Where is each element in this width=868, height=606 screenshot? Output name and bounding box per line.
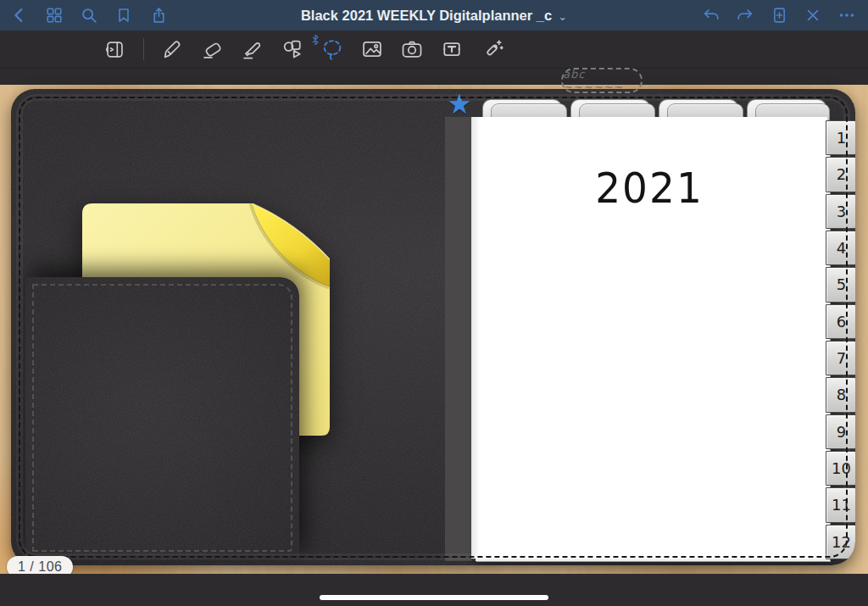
bookmark-star-icon[interactable]: ★ xyxy=(444,89,475,120)
page-view-icon[interactable] xyxy=(102,36,128,63)
wood-desk-background: 2021 1 2 3 4 5 6 7 8 9 10 11 12 ★ 1 / 1 xyxy=(0,85,868,574)
more-icon[interactable] xyxy=(836,4,858,26)
camera-tool-icon[interactable] xyxy=(398,36,425,63)
magic-wand-icon[interactable] xyxy=(478,36,504,63)
month-tab-4[interactable]: 4 xyxy=(826,231,855,265)
pocket-stitching xyxy=(32,284,292,552)
nav-bar: Black 2021 WEEKLY Digitalplanner _c ⌄ xyxy=(0,0,868,31)
lasso-tool-icon[interactable] xyxy=(319,36,345,63)
page-thumbnails-icon[interactable] xyxy=(43,4,65,26)
planner-leather-cover[interactable]: 2021 1 2 3 4 5 6 7 8 9 10 11 12 ★ xyxy=(11,89,855,565)
notebook-canvas[interactable]: 2021 1 2 3 4 5 6 7 8 9 10 11 12 ★ 1 / 1 xyxy=(0,68,868,574)
text-tool-icon[interactable] xyxy=(438,36,465,63)
back-icon[interactable] xyxy=(8,4,31,26)
cover-pocket[interactable] xyxy=(25,277,299,559)
undo-icon[interactable] xyxy=(700,4,722,26)
share-icon[interactable] xyxy=(147,4,170,26)
search-icon[interactable] xyxy=(78,4,100,26)
month-tab-3[interactable]: 3 xyxy=(826,194,855,229)
redo-icon[interactable] xyxy=(734,4,756,26)
month-tab-strip: 1 2 3 4 5 6 7 8 9 10 11 12 xyxy=(826,120,855,559)
planner-page[interactable]: 2021 xyxy=(471,117,827,559)
image-tool-icon[interactable] xyxy=(359,36,385,63)
year-title: 2021 xyxy=(471,163,827,212)
month-tab-1[interactable]: 1 xyxy=(826,120,855,155)
tools-group xyxy=(102,31,504,68)
bottom-bar xyxy=(0,574,868,606)
month-tab-6[interactable]: 6 xyxy=(826,304,855,339)
bluetooth-stylus-icon xyxy=(311,34,320,49)
highlighter-tool-icon[interactable] xyxy=(239,36,265,63)
toolbar-divider xyxy=(143,38,144,60)
month-tab-2[interactable]: 2 xyxy=(826,157,855,192)
month-tab-12[interactable]: 12 xyxy=(826,525,855,559)
nav-right-group xyxy=(700,4,868,26)
eraser-tool-icon[interactable] xyxy=(199,36,225,63)
nav-left-group xyxy=(0,4,170,26)
month-tab-8[interactable]: 8 xyxy=(826,377,855,412)
home-indicator[interactable] xyxy=(320,595,548,600)
tool-bar: abc ~~~~~~ xyxy=(0,31,868,69)
month-tab-11[interactable]: 11 xyxy=(826,487,855,522)
handwriting-recognition-hint: abc ~~~~~~ xyxy=(561,68,643,93)
month-tab-10[interactable]: 10 xyxy=(826,451,855,486)
add-page-icon[interactable] xyxy=(768,4,790,26)
month-tab-7[interactable]: 7 xyxy=(826,341,855,375)
pen-tool-icon[interactable] xyxy=(159,36,186,63)
page-spine-strip xyxy=(445,117,471,561)
shapes-tool-icon[interactable] xyxy=(279,36,305,63)
month-tab-5[interactable]: 5 xyxy=(826,267,855,302)
close-icon[interactable] xyxy=(802,4,824,26)
bookmarks-icon[interactable] xyxy=(113,4,135,26)
month-tab-9[interactable]: 9 xyxy=(826,414,855,449)
title-chevron-down-icon: ⌄ xyxy=(558,10,567,23)
